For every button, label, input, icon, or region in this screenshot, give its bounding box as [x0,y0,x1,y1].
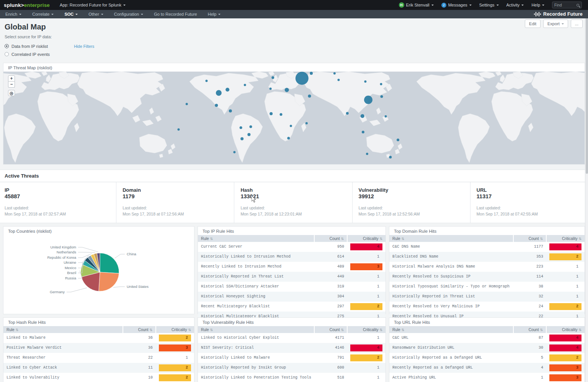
rule-cell[interactable]: Active Phishing URL [389,373,513,382]
threat-map-dot[interactable] [270,112,273,115]
table-row[interactable]: Recent Multicategory Blacklist2972 [198,302,385,312]
column-header-count[interactable]: Count⇅ [513,235,546,242]
threat-map-dot[interactable] [305,122,308,124]
column-header-count[interactable]: Count⇅ [513,326,546,333]
criticality-cell[interactable]: 2 [546,353,585,363]
threat-map-dot[interactable] [310,72,313,75]
rule-cell[interactable]: C&C URL [389,333,513,343]
threat-map-dot[interactable] [385,115,387,118]
threat-map-dot[interactable] [225,88,229,91]
messages-menu[interactable]: 2 Messages [441,3,472,8]
table-row[interactable]: Recently Resolved to Very Malicious IP24… [389,302,585,312]
threat-map-dot[interactable] [361,114,364,118]
threat-stat-vulnerability[interactable]: Vulnerability39912Last updated:Mon Sep 1… [352,182,470,223]
count-cell[interactable]: 489 [314,262,347,272]
nav-item-correlate[interactable]: Correlate [27,10,59,18]
criticality-cell[interactable]: 1 [546,282,585,292]
threat-map-dot[interactable] [240,126,242,129]
count-cell[interactable]: 114 [513,272,546,282]
count-cell[interactable]: 4146 [314,343,347,353]
criticality-cell[interactable]: 1 [347,272,385,282]
threat-map-dot[interactable] [270,88,272,90]
rule-cell[interactable]: Ransomware Distribution URL [389,343,513,353]
table-row[interactable]: Historical Honeypot Sighting3041 [198,292,385,302]
threat-map-dot[interactable] [381,95,383,98]
threat-map-dot[interactable] [206,80,208,82]
threat-map-dot[interactable] [233,151,235,153]
criticality-cell[interactable]: 3 [546,363,585,373]
rule-cell[interactable]: Recently Resolved to Very Malicious IP [389,302,513,312]
criticality-cell[interactable]: 1 [156,353,194,363]
criticality-cell[interactable]: 2 [546,302,585,312]
count-cell[interactable]: 5 [513,353,546,363]
count-cell[interactable]: 4 [513,363,546,373]
rule-cell[interactable]: Current C&C Server [198,242,314,252]
count-cell[interactable]: 614 [314,252,347,262]
threat-map-dot[interactable] [244,84,246,86]
criticality-cell[interactable]: 1 [546,292,585,302]
table-row[interactable]: Historical Typosquat Similarity - Typo o… [389,282,585,292]
threat-map-dot[interactable] [178,128,180,131]
rule-cell[interactable]: Recent Multicategory Blacklist [198,302,314,312]
threat-map-dot[interactable] [364,96,372,104]
scrollbar-thumb[interactable] [586,3,588,174]
threat-map-dot[interactable] [290,125,292,127]
rule-cell[interactable]: Historical Honeypot Sighting [198,292,314,302]
criticality-cell[interactable]: 1 [347,373,385,382]
table-row[interactable]: Linked to Cyber Attack112 [3,363,194,373]
criticality-cell[interactable]: 2 [347,302,385,312]
rule-cell[interactable]: Historical Malware Analysis DNS Name [389,262,513,272]
count-cell[interactable]: 223 [513,262,546,272]
rule-cell[interactable]: Recently Linked to Intrusion Method [198,262,314,272]
count-cell[interactable]: 11 [123,363,156,373]
rule-cell[interactable]: Threat Researcher [3,353,123,363]
rule-cell[interactable]: Linked to Vulnerability [3,373,123,382]
criticality-cell[interactable]: 1 [546,262,585,272]
find-search-box[interactable] [552,2,582,8]
count-cell[interactable]: 10 [123,373,156,382]
threat-map-dot[interactable] [271,76,274,79]
count-cell[interactable]: 30 [513,343,546,353]
app-menu[interactable]: App: Recorded Future for Splunk [60,3,126,7]
rule-cell[interactable]: Historically Linked to Penetration Testi… [198,373,314,382]
criticality-cell[interactable]: 4 [546,333,585,343]
more-actions-button[interactable]: ... [571,20,583,28]
world-map[interactable]: + − ◎ [3,72,585,164]
count-cell[interactable]: 791 [314,353,347,363]
threat-map-dot[interactable] [229,109,232,113]
table-row[interactable]: Historically Linked to Penetration Testi… [198,373,385,382]
table-row[interactable]: Recently Resolved to Suspicious IP1141 [389,272,585,282]
table-row[interactable]: C&C DNS Name11774 [389,242,585,252]
user-menu[interactable]: H Erik Stenvall [399,2,434,8]
threat-map-dot[interactable] [186,103,188,105]
criticality-cell[interactable]: 1 [347,363,385,373]
criticality-cell[interactable]: 4 [546,343,585,353]
table-row[interactable]: Historically Linked to Malware7912 [198,353,385,363]
table-row[interactable]: Historically Reported in Threat List4491 [198,272,385,282]
table-row[interactable]: Historical SSH/Dictionary Attacker3191 [198,282,385,292]
radio-correlated-ip-events[interactable] [5,52,9,56]
export-button[interactable]: Export [543,20,568,28]
table-row[interactable]: Linked to Malware362 [3,333,194,343]
nav-item-help[interactable]: Help [203,10,226,18]
count-cell[interactable]: 1177 [513,242,546,252]
rule-cell[interactable]: Recently Resolved to Suspicious IP [389,272,513,282]
criticality-cell[interactable]: 2 [156,333,194,343]
map-zoom-out-button[interactable]: − [8,82,15,88]
criticality-cell[interactable]: 1 [347,282,385,292]
table-row[interactable]: Ransomware Distribution URL304 [389,343,585,353]
pie-slice-china[interactable] [100,253,119,273]
column-header-count[interactable]: Count⇅ [314,326,347,333]
criticality-cell[interactable]: 4 [347,343,385,353]
count-cell[interactable]: 950 [314,242,347,252]
edit-button[interactable]: Edit [525,20,541,28]
table-row[interactable]: Historically Reported by Insikt Group600… [198,363,385,373]
column-header-criticality[interactable]: Criticality⇅ [156,326,194,333]
count-cell[interactable]: 22 [123,353,156,363]
table-row[interactable]: Positive Malware Verdict363 [3,343,194,353]
count-cell[interactable]: 1 [513,373,546,382]
count-cell[interactable]: 32 [513,292,546,302]
threat-stat-ip[interactable]: IP45887Last updated:Mon Sep 17, 2018 at … [0,182,116,223]
table-row[interactable]: Recently Reported as a Defanged URL43 [389,363,585,373]
criticality-cell[interactable]: 2 [156,373,194,382]
